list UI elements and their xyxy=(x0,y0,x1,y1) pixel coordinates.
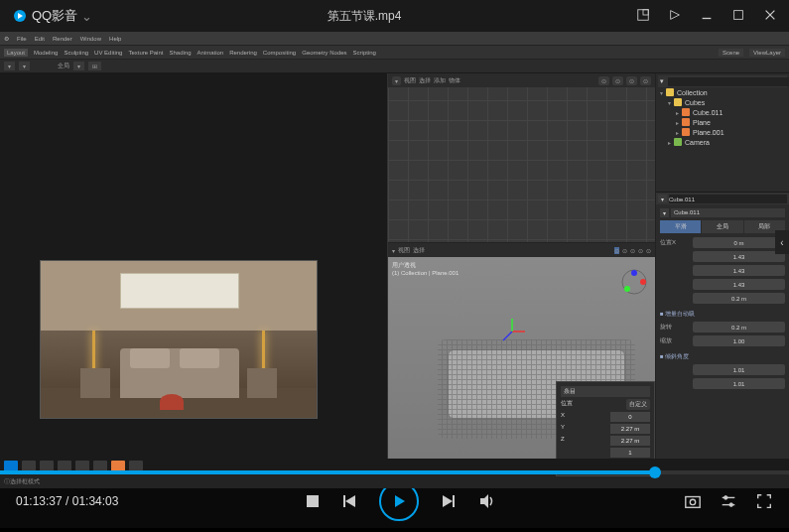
snapshot-button[interactable] xyxy=(684,492,702,510)
video-progress-bar[interactable] xyxy=(0,470,789,474)
svg-point-14 xyxy=(631,270,637,276)
nav-gizmo-icon xyxy=(619,267,649,301)
total-time: 01:34:03 xyxy=(72,494,119,508)
minimize-icon[interactable] xyxy=(700,8,714,25)
time-display: 01:13:37 / 01:34:03 xyxy=(16,494,118,508)
svg-rect-3 xyxy=(643,9,648,14)
svg-point-24 xyxy=(690,499,695,504)
maximize-icon[interactable] xyxy=(731,8,745,25)
next-button[interactable] xyxy=(441,493,457,509)
progress-thumb[interactable] xyxy=(649,466,661,478)
blender-menu-bar: ⚙ File Edit Render Window Help xyxy=(0,32,789,46)
blender-ui-screenshot: ⚙ File Edit Render Window Help Layout Mo… xyxy=(0,32,789,474)
outliner-search xyxy=(668,77,789,86)
mini-mode-icon[interactable] xyxy=(636,8,650,25)
transform-gizmo-icon xyxy=(497,317,527,350)
svg-point-27 xyxy=(724,496,728,500)
n-panel-y xyxy=(610,424,650,434)
volume-button[interactable] xyxy=(478,492,496,510)
blender-image-editor xyxy=(0,73,388,459)
svg-marker-19 xyxy=(395,495,405,507)
file-title: 第五节课.mp4 xyxy=(92,8,636,25)
svg-rect-18 xyxy=(343,495,345,507)
svg-marker-4 xyxy=(671,10,680,19)
svg-point-28 xyxy=(729,503,733,507)
previous-button[interactable] xyxy=(341,493,357,509)
panel-collapse-icon: ‹ xyxy=(775,230,789,254)
svg-point-15 xyxy=(624,286,630,292)
n-panel-z xyxy=(610,436,650,446)
svg-rect-6 xyxy=(734,10,743,19)
current-time: 01:13:37 xyxy=(16,494,63,508)
svg-line-11 xyxy=(503,332,512,340)
svg-rect-16 xyxy=(307,495,319,507)
stop-button[interactable] xyxy=(306,494,320,508)
app-dropdown-icon[interactable]: ⌄ xyxy=(81,9,92,24)
svg-rect-23 xyxy=(686,497,700,508)
svg-rect-21 xyxy=(453,495,455,507)
viewport-overlay-text: 用户透视 (1) Collection | Plane.001 xyxy=(392,261,459,276)
blender-logo-icon: ⚙ xyxy=(4,35,9,42)
settings-button[interactable] xyxy=(720,492,737,510)
blender-right-panels: ▾🔍 ▾Collection ▾Cubes ▸Cube.011 ▸Plane ▸… xyxy=(656,73,789,459)
video-content-area[interactable]: ⚙ File Edit Render Window Help Layout Mo… xyxy=(0,32,789,474)
app-name: QQ影音 xyxy=(32,7,77,25)
blender-workspace-tabs: Layout Modeling Sculpting UV Editing Tex… xyxy=(0,46,789,60)
close-icon[interactable] xyxy=(763,8,777,25)
app-logo-icon xyxy=(12,8,28,24)
svg-marker-20 xyxy=(443,495,453,507)
titlebar: QQ影音 ⌄ 第五节课.mp4 xyxy=(0,0,789,32)
blender-properties: ▾ ▾ Cube.011 平滑 全局 局部 位置X0 m 1.43 xyxy=(656,193,789,459)
reference-bedroom-render xyxy=(40,260,318,419)
svg-marker-17 xyxy=(345,495,355,507)
ontop-icon[interactable] xyxy=(668,8,682,25)
svg-marker-22 xyxy=(480,494,488,508)
n-panel-x xyxy=(610,412,650,422)
blender-3d-viewport-area: ▾视图选择添加物体 ⊙⊙⊙⊙ ▾视图选择 ⊙⊙⊙⊙⊙ 用户透视 (1) Coll… xyxy=(388,73,656,459)
blender-outliner: ▾🔍 ▾Collection ▾Cubes ▸Cube.011 ▸Plane ▸… xyxy=(656,73,789,193)
blender-tool-header: ▾ ▾ 全局 ▾ ⊞ xyxy=(0,60,789,73)
viewport-header-top: ▾视图选择添加物体 ⊙⊙⊙⊙ xyxy=(388,73,655,87)
fullscreen-button[interactable] xyxy=(755,492,773,510)
progress-fill xyxy=(0,470,655,474)
svg-point-13 xyxy=(640,279,646,285)
